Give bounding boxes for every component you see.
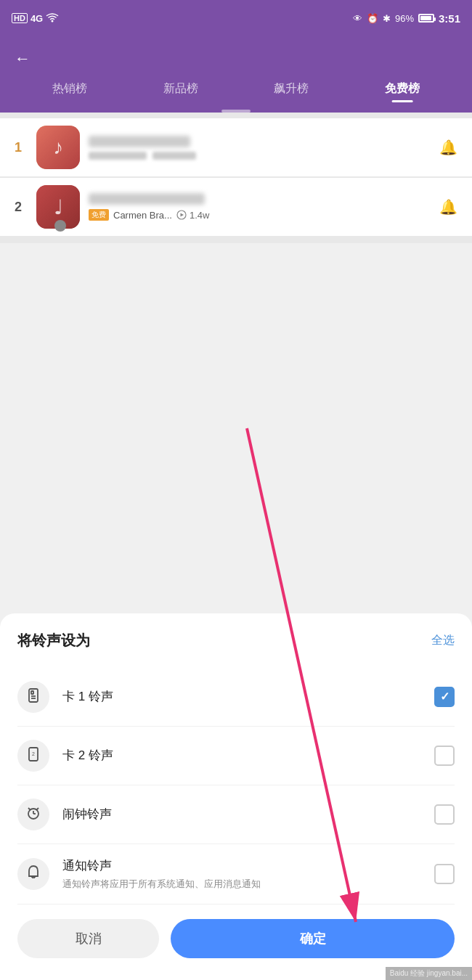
option-label-alarm-wrap: 闹钟铃声 — [62, 806, 434, 822]
sim1-icon-wrap: 1 — [17, 681, 49, 713]
sheet-header: 将铃声设为 全选 — [17, 631, 455, 650]
tag-label-2: 免费 — [89, 209, 109, 221]
watermark: Baidu 经验 jingyan.bai... — [386, 967, 472, 980]
bluetooth-icon: ✱ — [383, 13, 391, 24]
rank-1: 1 — [15, 140, 36, 155]
app-subname-2: Carmen Bra... — [113, 210, 172, 221]
app-list: 1 ♪ 🔔 2 ♩ 免费 Carmen Bra... — [0, 113, 472, 243]
time: 3:51 — [439, 12, 460, 25]
option-label-card2-wrap: 卡 2 铃声 — [62, 747, 434, 764]
bell-icon-1[interactable]: 🔔 — [439, 138, 457, 157]
checkbox-notify[interactable] — [434, 864, 455, 884]
option-sublabel-notify: 通知铃声将应用于所有系统通知、应用消息通知 — [62, 877, 434, 891]
sim2-icon-wrap: 2 — [17, 740, 49, 772]
app-info-1 — [89, 136, 433, 160]
tabs-container: 热销榜 新品榜 飙升榜 免费榜 — [0, 74, 472, 102]
signal-4g: 4G — [30, 13, 43, 24]
plays-2: 1.4w — [176, 210, 209, 221]
eye-icon: 👁 — [353, 13, 362, 24]
checkbox-alarm[interactable] — [434, 804, 455, 825]
scroll-indicator — [221, 110, 251, 113]
app-name-blur-2 — [89, 193, 205, 205]
badge-2 — [54, 220, 66, 232]
option-label-card2: 卡 2 铃声 — [62, 747, 434, 764]
notify-icon-wrap — [17, 858, 49, 890]
svg-line-13 — [36, 808, 38, 810]
svg-text:1: 1 — [32, 690, 35, 695]
confirm-button[interactable]: 确定 — [171, 919, 455, 958]
option-card2[interactable]: 2 卡 2 铃声 — [17, 727, 455, 785]
svg-point-0 — [52, 20, 54, 22]
svg-line-12 — [28, 808, 30, 810]
app-row-2[interactable]: 2 ♩ 免费 Carmen Bra... 1.4w 🔔 — [0, 178, 472, 236]
svg-text:2: 2 — [32, 751, 35, 756]
status-right: 👁 ⏰ ✱ 96% 3:51 — [353, 12, 460, 25]
app-tags-2: 免费 Carmen Bra... 1.4w — [89, 209, 433, 221]
option-label-card1: 卡 1 铃声 — [62, 688, 434, 705]
wifi-icon — [46, 12, 59, 25]
app-info-2: 免费 Carmen Bra... 1.4w — [89, 193, 433, 221]
app-icon-1: ♪ — [36, 126, 80, 169]
option-label-alarm: 闹钟铃声 — [62, 806, 434, 822]
alarm-icon: ⏰ — [367, 13, 378, 24]
option-label-card1-wrap: 卡 1 铃声 — [62, 688, 434, 705]
battery-percent: 96% — [395, 13, 414, 24]
sim1-icon: 1 — [25, 687, 42, 707]
sim2-icon: 2 — [25, 746, 42, 766]
app-name-blur-1 — [89, 136, 190, 147]
app-row-1[interactable]: 1 ♪ 🔔 — [0, 118, 472, 176]
tab-rising[interactable]: 飙升榜 — [274, 81, 309, 102]
tab-indicator-band — [0, 102, 472, 113]
bell-notify-icon — [25, 864, 42, 884]
back-button[interactable]: ← — [15, 44, 30, 74]
tab-free[interactable]: 免费榜 — [385, 81, 420, 102]
sheet-title: 将铃声设为 — [17, 631, 90, 650]
bell-icon-2[interactable]: 🔔 — [439, 197, 457, 216]
tab-new[interactable]: 新品榜 — [163, 81, 198, 102]
select-all-button[interactable]: 全选 — [431, 633, 455, 648]
option-label-notify: 通知铃声 — [62, 857, 434, 874]
option-notify[interactable]: 通知铃声 通知铃声将应用于所有系统通知、应用消息通知 — [17, 844, 455, 905]
option-label-notify-wrap: 通知铃声 通知铃声将应用于所有系统通知、应用消息通知 — [62, 857, 434, 891]
status-left: HD 4G — [12, 12, 59, 25]
tab-hot[interactable]: 热销榜 — [52, 81, 87, 102]
cancel-button[interactable]: 取消 — [17, 919, 159, 958]
status-bar: HD 4G 👁 ⏰ ✱ 96% 3:51 — [0, 0, 472, 36]
option-card1[interactable]: 1 卡 1 铃声 — [17, 668, 455, 727]
checkbox-card1[interactable] — [434, 687, 455, 707]
checkbox-card2[interactable] — [434, 746, 455, 766]
rank-2: 2 — [15, 200, 36, 215]
battery-indicator — [418, 14, 434, 23]
option-alarm[interactable]: 闹钟铃声 — [17, 785, 455, 844]
hd-badge: HD — [12, 13, 28, 23]
bottom-sheet: 将铃声设为 全选 1 卡 1 铃声 — [0, 613, 472, 981]
header: ← — [0, 36, 472, 74]
alarm-clock-icon — [25, 804, 42, 825]
alarm-icon-wrap — [17, 799, 49, 830]
